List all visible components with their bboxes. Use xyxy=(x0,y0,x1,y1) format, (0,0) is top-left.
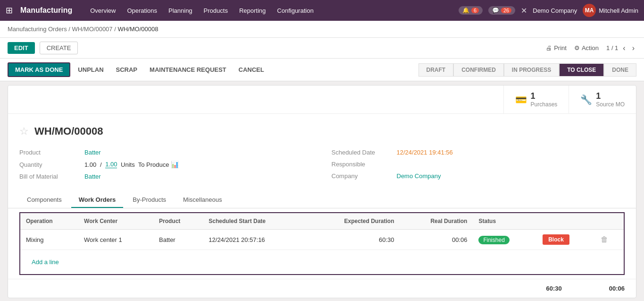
total-real-duration: 00:06 xyxy=(609,285,625,292)
unplan-button[interactable]: UNPLAN xyxy=(73,63,108,76)
form-right: Scheduled Date 12/24/2021 19:41:56 Respo… xyxy=(332,149,625,185)
col-status: Status xyxy=(473,213,537,230)
row-scheduled-start: 12/24/2021 20:57:16 xyxy=(203,230,307,250)
block-button[interactable]: Block xyxy=(543,234,569,245)
pagination-info: 1 / 1 xyxy=(606,44,618,52)
top-navigation: ⊞ Manufacturing Overview Operations Plan… xyxy=(0,0,644,21)
quantity-unit: Units To Produce xyxy=(119,161,169,168)
tabs: Components Work Orders By-Products Misce… xyxy=(8,192,636,208)
source-mo-stat-button[interactable]: 🔧 1 Source MO xyxy=(569,86,636,113)
scheduled-date-row: Scheduled Date 12/24/2021 19:41:56 xyxy=(332,149,625,156)
main-content: 💳 1 Purchases 🔧 1 Source MO ☆ WH/MO/0000… xyxy=(0,85,644,301)
forecast-icon[interactable]: 📊 xyxy=(171,161,179,168)
col-scheduled-start: Scheduled Start Date xyxy=(203,213,307,230)
responsible-row: Responsible xyxy=(332,161,625,168)
close-icon[interactable]: ✕ xyxy=(521,6,527,15)
quantity-editable[interactable]: 1.00 xyxy=(105,161,117,168)
breadcrumb-current: WH/MO/00008 xyxy=(117,26,158,33)
bom-row: Bill of Material Batter xyxy=(19,173,313,180)
create-button[interactable]: CREATE xyxy=(40,42,78,54)
nav-planning[interactable]: Planning xyxy=(164,4,197,17)
row-work-center: Work center 1 xyxy=(78,230,153,250)
col-expected-duration: Expected Duration xyxy=(307,213,400,230)
nav-overview[interactable]: Overview xyxy=(85,4,120,17)
prev-page-button[interactable]: ‹ xyxy=(621,44,627,52)
action-button[interactable]: ⚙ Action xyxy=(574,44,599,52)
table-row: Mixing Work center 1 Batter 12/24/2021 2… xyxy=(20,230,624,250)
record-card: 💳 1 Purchases 🔧 1 Source MO ☆ WH/MO/0000… xyxy=(8,85,636,298)
tab-miscellaneous[interactable]: Miscellaneous xyxy=(176,192,229,208)
stat-row: 💳 1 Purchases 🔧 1 Source MO xyxy=(8,86,636,114)
quantity-value: 1.00 xyxy=(84,161,96,168)
breadcrumb-mo-00007[interactable]: WH/MO/00007 xyxy=(72,26,113,33)
row-real-duration: 00:06 xyxy=(400,230,473,250)
purchases-icon: 💳 xyxy=(515,94,527,105)
scrap-button[interactable]: SCRAP xyxy=(111,63,142,76)
stage-draft[interactable]: DRAFT xyxy=(418,63,454,77)
messages-count: 26 xyxy=(501,8,511,13)
messages-button[interactable]: 💬 26 xyxy=(488,6,515,15)
stage-confirmed[interactable]: CONFIRMED xyxy=(453,63,504,77)
nav-operations[interactable]: Operations xyxy=(122,4,162,17)
purchases-label: Purchases xyxy=(531,101,558,108)
product-row: Product Batter xyxy=(19,149,313,156)
company-selector[interactable]: Demo Company xyxy=(533,7,577,14)
nav-reporting[interactable]: Reporting xyxy=(234,4,270,17)
next-page-button[interactable]: › xyxy=(630,44,636,52)
add-line-row: Add a line xyxy=(20,250,624,275)
user-menu[interactable]: MA Mitchell Admin xyxy=(583,4,638,17)
nav-items: Overview Operations Planning Products Re… xyxy=(85,4,455,17)
avatar: MA xyxy=(583,4,596,17)
company-label: Company xyxy=(332,172,393,180)
total-expected-duration: 60:30 xyxy=(546,285,562,292)
product-value[interactable]: Batter xyxy=(84,149,101,156)
purchases-stat-button[interactable]: 💳 1 Purchases xyxy=(503,86,569,113)
edit-button[interactable]: EDIT xyxy=(8,42,35,54)
status-badge: Finished xyxy=(478,236,509,244)
company-name: Demo Company xyxy=(533,7,577,14)
form-grid: Product Batter Quantity 1.00 / 1.00 Unit… xyxy=(19,149,625,185)
bom-label: Bill of Material xyxy=(19,173,81,180)
delete-icon[interactable]: 🗑 xyxy=(601,235,608,243)
notifications-button[interactable]: 🔔 6 xyxy=(459,6,483,15)
quantity-label: Quantity xyxy=(19,161,81,168)
print-button[interactable]: 🖨 Print xyxy=(546,44,567,52)
notifications-count: 6 xyxy=(471,8,479,13)
app-grid-icon[interactable]: ⊞ xyxy=(6,5,13,16)
cancel-button[interactable]: CANCEL xyxy=(234,63,269,76)
col-real-duration: Real Duration xyxy=(400,213,473,230)
pagination: 1 / 1 ‹ › xyxy=(606,44,636,52)
breadcrumb: Manufacturing Orders / WH/MO/00007 / WH/… xyxy=(0,21,644,38)
work-orders-table-wrapper: Operation Work Center Product Scheduled … xyxy=(8,212,636,275)
source-mo-label: Source MO xyxy=(596,101,625,108)
quantity-row: Quantity 1.00 / 1.00 Units To Produce 📊 xyxy=(19,161,313,168)
purchases-count: 1 xyxy=(531,91,558,101)
nav-products[interactable]: Products xyxy=(199,4,233,17)
mark-as-done-button[interactable]: MARK AS DONE xyxy=(8,62,70,77)
action-right: 🖨 Print ⚙ Action 1 / 1 ‹ › xyxy=(546,44,636,52)
add-line-button[interactable]: Add a line xyxy=(26,255,65,269)
stage-to-close[interactable]: TO CLOSE xyxy=(559,63,604,77)
status-bar: MARK AS DONE UNPLAN SCRAP MAINTENANCE RE… xyxy=(0,59,644,81)
nav-right: 🔔 6 💬 26 ✕ Demo Company MA Mitchell Admi… xyxy=(459,4,638,17)
stage-done[interactable]: DONE xyxy=(604,63,636,77)
col-work-center: Work Center xyxy=(78,213,153,230)
record-header: ☆ WH/MO/00008 xyxy=(19,125,625,138)
col-product: Product xyxy=(153,213,203,230)
form-area: ☆ WH/MO/00008 Product Batter Quantity 1.… xyxy=(8,114,636,192)
row-expected-duration: 60:30 xyxy=(307,230,400,250)
form-left: Product Batter Quantity 1.00 / 1.00 Unit… xyxy=(19,149,313,185)
stage-in-progress[interactable]: IN PROGRESS xyxy=(504,63,559,77)
scheduled-date-value[interactable]: 12/24/2021 19:41:56 xyxy=(397,149,453,156)
row-block-action: Block xyxy=(537,230,595,250)
nav-configuration[interactable]: Configuration xyxy=(272,4,318,17)
breadcrumb-manufacturing-orders[interactable]: Manufacturing Orders xyxy=(8,26,67,33)
tab-by-products[interactable]: By-Products xyxy=(125,192,174,208)
favorite-star-icon[interactable]: ☆ xyxy=(19,125,29,138)
row-operation: Mixing xyxy=(20,230,78,250)
company-value[interactable]: Demo Company xyxy=(397,172,441,180)
tab-components[interactable]: Components xyxy=(19,192,69,208)
maintenance-request-button[interactable]: MAINTENANCE REQUEST xyxy=(145,63,231,76)
tab-work-orders[interactable]: Work Orders xyxy=(71,192,124,208)
bom-value[interactable]: Batter xyxy=(84,173,101,180)
